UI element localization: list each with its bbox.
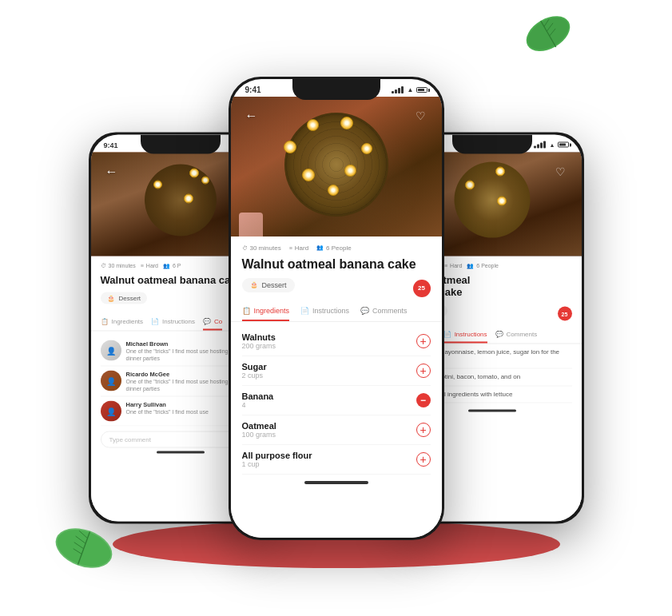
battery-center (416, 87, 427, 93)
notch-center (292, 79, 380, 100)
ingredient-banana: Banana 4 − (242, 386, 431, 415)
remove-banana-btn[interactable]: − (416, 393, 431, 407)
category-badge-left: 🎂 Dessert (101, 292, 148, 304)
add-sugar-btn[interactable]: + (416, 364, 431, 378)
back-arrow-center[interactable]: ← (241, 105, 263, 127)
tab-ingredients-left[interactable]: 📋 Ingredients (101, 314, 144, 331)
comment-count-center: 25 (413, 280, 431, 297)
tab-ingredients-center[interactable]: 📋 Ingredients (242, 302, 290, 321)
category-badge-center: 🎂 Dessert (242, 278, 295, 292)
hero-image-center: ← ♡ (231, 97, 442, 236)
add-walnuts-btn[interactable]: + (416, 334, 431, 348)
back-arrow-left[interactable]: ← (101, 160, 123, 182)
ingredient-sugar: Sugar 2 cups + (242, 356, 431, 386)
signal-right (534, 141, 546, 149)
signal-center (392, 86, 404, 93)
leaf-bottom-left-icon (48, 520, 120, 576)
people-icon-left: 👥 (163, 262, 170, 268)
tab-comments-left[interactable]: 💬 Co (203, 314, 222, 331)
diff-icon-center: ≡ (289, 245, 292, 251)
home-indicator-center (304, 481, 368, 484)
heart-icon-right[interactable]: ♡ (550, 160, 572, 182)
comment-count-right: 25 (558, 307, 572, 321)
recipe-meta-center: ⏱ 30 minutes ≡ Hard 👥 6 People (242, 244, 431, 252)
ingredient-flour: All purpose flour 1 cup + (242, 445, 431, 475)
ingredient-walnuts: Walnuts 200 grams + (242, 327, 431, 356)
recipe-title-center: Walnut oatmeal banana cake (242, 256, 431, 272)
battery-right (558, 142, 569, 148)
home-indicator-left (157, 451, 205, 454)
clock-icon-left: ⏱ (101, 263, 106, 268)
phone-center: 9:41 ▲ (229, 77, 444, 540)
notch-right (452, 134, 532, 153)
ingredient-oatmeal: Oatmeal 100 grams + (242, 415, 431, 445)
heart-icon-center[interactable]: ♡ (410, 105, 432, 127)
tab-comments-right[interactable]: 💬 Comments (495, 326, 538, 343)
phones-container: 9:41 (105, 37, 568, 580)
avatar-michael: 👤 (101, 340, 121, 361)
diff-icon-left: ≡ (141, 263, 144, 268)
time-center: 9:41 (245, 85, 261, 94)
avatar-ricardo: 👤 (101, 371, 121, 391)
avatar-harry: 👤 (101, 401, 121, 422)
content-center: ⏱ 30 minutes ≡ Hard 👥 6 People Walnut oa… (231, 236, 442, 538)
add-oatmeal-btn[interactable]: + (416, 423, 431, 437)
tab-instructions-left[interactable]: 📄 Instructions (151, 314, 195, 331)
status-icons-center: ▲ (392, 86, 427, 93)
tabs-center: 📋 Ingredients 📄 Instructions 💬 Comments (231, 302, 442, 322)
ingredient-list-center: Walnuts 200 grams + Sugar 2 cups + (242, 327, 431, 475)
clock-icon-center: ⏱ (242, 245, 248, 251)
home-indicator-right (468, 410, 516, 412)
add-flour-btn[interactable]: + (416, 452, 431, 467)
status-icons-right: ▲ (534, 141, 569, 149)
tab-comments-center[interactable]: 💬 Comments (360, 302, 408, 321)
notch-left (141, 134, 221, 153)
tab-instructions-right[interactable]: 📄 Instructions (443, 326, 487, 343)
wifi-icon-center: ▲ (408, 86, 414, 93)
leaf-top-right-icon (520, 12, 576, 56)
time-left: 9:41 (104, 141, 118, 149)
wifi-icon-right: ▲ (550, 142, 555, 148)
people-icon-center: 👥 (316, 244, 324, 251)
tab-instructions-center[interactable]: 📄 Instructions (300, 302, 349, 321)
